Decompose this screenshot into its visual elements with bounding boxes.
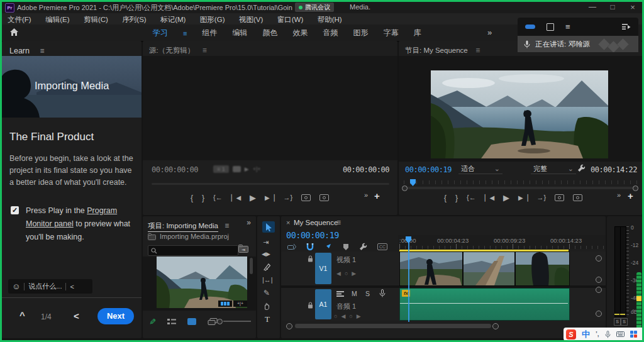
source-add-button-icon[interactable]: + bbox=[374, 190, 380, 201]
v1-lock-icon[interactable] bbox=[308, 255, 313, 262]
tab-libraries[interactable]: 库 bbox=[413, 28, 421, 38]
program-scroll-bar[interactable] bbox=[404, 187, 638, 189]
v1-keyframe-nav[interactable]: ◀○▶ bbox=[336, 270, 360, 277]
add-marker-icon[interactable] bbox=[343, 243, 349, 251]
learn-panel-menu-icon[interactable]: ≡ bbox=[40, 47, 44, 55]
ime-toolbox-grid-icon[interactable] bbox=[630, 331, 637, 338]
track-resize-handle-2[interactable] bbox=[596, 277, 602, 283]
timeline-tab[interactable]: My Sequence bbox=[294, 219, 338, 226]
a1-track-target[interactable]: A1 bbox=[315, 289, 331, 319]
hand-tool[interactable] bbox=[263, 302, 271, 310]
track-resize-handle-3[interactable] bbox=[596, 287, 602, 293]
program-playhead-marker[interactable] bbox=[410, 179, 416, 186]
chat-input-placeholder[interactable]: 说点什么... bbox=[28, 282, 62, 291]
menu-view[interactable]: 视图(V) bbox=[233, 14, 269, 25]
mark-in-button[interactable]: { bbox=[191, 194, 193, 202]
chat-collapse-icon[interactable]: < bbox=[70, 283, 74, 290]
a1-clip[interactable]: fx bbox=[399, 288, 570, 321]
menu-help[interactable]: 帮助(H) bbox=[312, 14, 348, 25]
ime-mode-chinese[interactable]: 中 bbox=[582, 329, 590, 340]
sogou-logo[interactable]: S bbox=[566, 329, 576, 339]
meeting-video-square-icon[interactable] bbox=[547, 23, 554, 31]
timeline-hscroll-left-knob[interactable] bbox=[286, 323, 292, 329]
mark-out-button[interactable]: } bbox=[202, 194, 204, 202]
list-view-icon[interactable] bbox=[167, 318, 176, 325]
captions-cc-icon[interactable]: CC bbox=[377, 243, 387, 250]
a1-solo-button[interactable]: S bbox=[365, 290, 370, 297]
program-mark-out-button[interactable]: } bbox=[455, 194, 458, 202]
previous-step-chevron[interactable]: < bbox=[74, 311, 79, 321]
thumbnail-zoom-knob[interactable] bbox=[217, 319, 223, 324]
a1-lock-icon[interactable] bbox=[308, 302, 313, 309]
v1-track-target[interactable]: V1 bbox=[315, 253, 331, 284]
collapse-up-chevron[interactable]: ^ bbox=[19, 310, 25, 321]
linked-selection-icon[interactable] bbox=[324, 243, 333, 251]
source-mini-play-icon[interactable]: ▶ bbox=[245, 166, 249, 172]
program-time-ruler[interactable] bbox=[404, 180, 638, 184]
a1-keyframe-nav[interactable]: ○◀○▶ bbox=[334, 313, 365, 319]
program-mark-in-button[interactable]: { bbox=[444, 194, 447, 202]
source-scrub-bar[interactable] bbox=[152, 183, 389, 185]
next-button[interactable]: Next bbox=[97, 308, 134, 324]
meeting-chat-pill[interactable]: ☺ 说点什么... < bbox=[8, 279, 92, 294]
meeting-expand-icon[interactable] bbox=[622, 23, 631, 30]
snap-magnet-icon[interactable] bbox=[306, 243, 314, 251]
meeting-title-badge[interactable]: 腾讯会议 bbox=[295, 3, 334, 12]
project-search-input[interactable] bbox=[148, 245, 238, 256]
timeline-hscroll-bar[interactable] bbox=[295, 324, 491, 328]
project-panel-tab[interactable]: 项目: Importing Media bbox=[148, 222, 218, 232]
menu-window[interactable]: 窗口(W) bbox=[272, 14, 309, 25]
fit-dropdown[interactable]: 适合 ⌄ bbox=[458, 164, 502, 174]
menu-graphics[interactable]: 图形(G) bbox=[194, 14, 231, 25]
writable-pen-icon[interactable]: ✎ bbox=[148, 318, 157, 325]
ime-voice-mic-icon[interactable] bbox=[605, 331, 611, 338]
timeline-ruler[interactable]: :00:00 00:00:04:23 00:00:09:23 00:00:14:… bbox=[398, 235, 606, 249]
timeline-hscroll-right-knob[interactable] bbox=[492, 323, 499, 329]
a1-track-meter-icon[interactable] bbox=[336, 290, 344, 297]
source-current-timecode[interactable]: 00:00:00:00 bbox=[152, 165, 198, 174]
freeform-view-icon[interactable] bbox=[208, 318, 218, 326]
program-scroll-right-knob[interactable] bbox=[633, 185, 638, 191]
tab-captions[interactable]: 字幕 bbox=[383, 28, 398, 38]
program-panel-menu-icon[interactable]: ≡ bbox=[475, 46, 480, 55]
track-select-forward-tool[interactable]: ⇥ bbox=[263, 239, 269, 246]
volume-rubber-band[interactable] bbox=[400, 303, 568, 304]
program-play-button[interactable]: ▶ bbox=[503, 194, 509, 202]
v1-clip[interactable] bbox=[399, 251, 570, 286]
menu-edit[interactable]: 编辑(E) bbox=[40, 14, 75, 25]
slip-tool[interactable]: |↔| bbox=[262, 277, 273, 284]
program-step-forward-button[interactable]: ▶▕ bbox=[518, 195, 528, 201]
timeline-settings-wrench-icon[interactable] bbox=[359, 243, 367, 251]
program-go-to-in-button[interactable]: {← bbox=[467, 194, 476, 201]
tab-audio[interactable]: 音频 bbox=[323, 28, 338, 38]
track-resize-handle-1[interactable] bbox=[596, 255, 602, 262]
v1-track-label[interactable]: 视频 1 bbox=[336, 255, 356, 265]
timeline-panel-menu-icon[interactable]: ≡ bbox=[336, 219, 341, 226]
workspace-overflow-icon[interactable]: » bbox=[487, 28, 492, 37]
meter-solo-right[interactable]: S bbox=[621, 318, 628, 326]
program-transport-overflow-icon[interactable]: » bbox=[617, 192, 621, 199]
pen-tool[interactable]: ✎ bbox=[264, 289, 270, 297]
selection-tool[interactable] bbox=[262, 221, 275, 233]
meter-solo-left[interactable]: S bbox=[614, 318, 621, 326]
razor-tool[interactable] bbox=[263, 263, 271, 271]
tab-graphics[interactable]: 图形 bbox=[353, 28, 368, 38]
timeline-current-timecode[interactable]: 00:00:00:19 bbox=[286, 230, 339, 240]
tab-effects[interactable]: 效果 bbox=[292, 28, 308, 38]
menu-clip[interactable]: 剪辑(C) bbox=[78, 14, 114, 25]
step-back-button[interactable]: ▏◀ bbox=[231, 195, 241, 201]
timeline-tab-close-icon[interactable]: × bbox=[286, 219, 290, 226]
new-bin-folder-icon[interactable]: ⇥ bbox=[238, 245, 248, 253]
source-monitor-tab[interactable]: 源:（无剪辑） bbox=[149, 47, 194, 54]
export-frame-button[interactable] bbox=[301, 194, 311, 201]
extract-button[interactable] bbox=[573, 194, 582, 201]
tab-assembly[interactable]: 组件 bbox=[202, 28, 217, 38]
thumbnail-zoom-slider[interactable] bbox=[223, 321, 251, 322]
lift-button[interactable] bbox=[555, 194, 564, 201]
program-monitor-tab[interactable]: 节目: My Sequence bbox=[405, 47, 468, 54]
insert-button[interactable] bbox=[319, 194, 329, 201]
ime-keyboard-icon[interactable] bbox=[616, 331, 625, 337]
lesson-checkbox[interactable]: ✓ bbox=[11, 206, 19, 214]
tab-editing[interactable]: 编辑 bbox=[232, 28, 247, 38]
source-transport-overflow-icon[interactable]: » bbox=[364, 192, 368, 199]
